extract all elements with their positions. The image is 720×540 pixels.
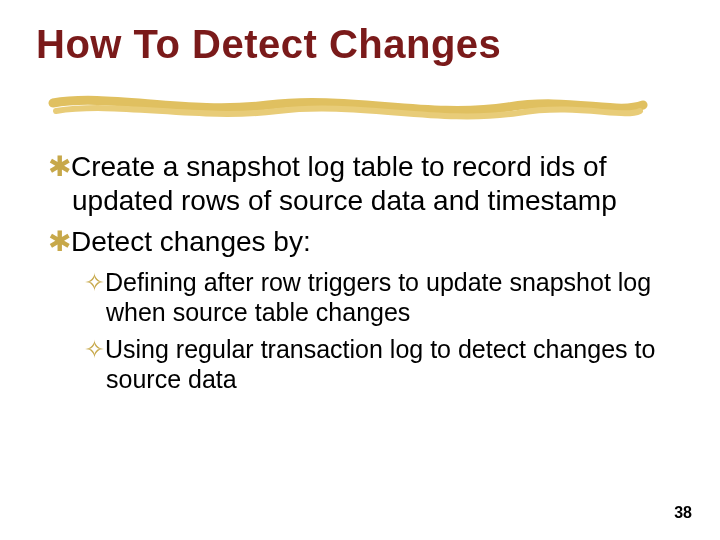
bullet-level1: ✱Detect changes by: xyxy=(48,225,668,259)
bullet-level1: ✱Create a snapshot log table to record i… xyxy=(48,150,668,217)
bullet-level2: ✧Defining after row triggers to update s… xyxy=(84,267,668,328)
page-number: 38 xyxy=(674,504,692,522)
bullet-glyph-y-icon: ✧ xyxy=(84,335,105,363)
bullet-glyph-z-icon: ✱ xyxy=(48,151,71,182)
bullet-glyph-z-icon: ✱ xyxy=(48,226,71,257)
bullet-text: Detect changes by: xyxy=(71,226,311,257)
bullet-text: Using regular transaction log to detect … xyxy=(105,335,655,394)
bullet-text: Create a snapshot log table to record id… xyxy=(71,151,617,216)
slide-body: ✱Create a snapshot log table to record i… xyxy=(48,150,668,399)
bullet-glyph-y-icon: ✧ xyxy=(84,268,105,296)
title-underline xyxy=(48,85,648,125)
bullet-level2: ✧Using regular transaction log to detect… xyxy=(84,334,668,395)
slide-title: How To Detect Changes xyxy=(36,22,501,67)
bullet-text: Defining after row triggers to update sn… xyxy=(105,268,651,327)
slide: How To Detect Changes ✱Create a snapshot… xyxy=(0,0,720,540)
